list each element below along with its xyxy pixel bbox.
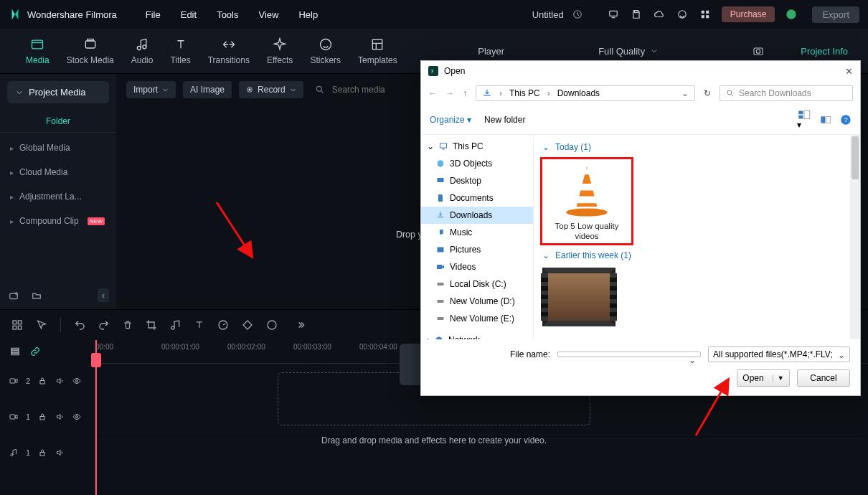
file-type-select[interactable]: All supported files(*.MP4;*.FLV;⌄ [708,346,850,362]
forward-arrow-icon[interactable]: → [445,88,454,98]
collapse-sidebar-button[interactable]: ‹ [98,288,109,302]
mute-icon[interactable] [55,448,65,457]
group-today[interactable]: ⌄Today (1) [538,139,856,155]
file-name-input[interactable]: ⌄ [557,352,701,357]
tab-stock-media[interactable]: Stock Media [67,37,114,65]
color-icon[interactable] [266,319,278,331]
tab-transitions[interactable]: Transitions [208,37,250,65]
mute-icon[interactable] [55,412,65,421]
device-icon[interactable] [607,8,620,21]
tree-this-pc[interactable]: ⌄This PC [421,138,533,155]
menu-file[interactable]: File [146,9,161,20]
redo-icon[interactable] [98,319,110,331]
import-button[interactable]: Import [126,81,176,98]
scrollbar[interactable] [850,135,860,339]
open-split-arrow[interactable]: ▼ [773,374,784,382]
tree-local-disk-c[interactable]: Local Disk (C:) [421,275,533,293]
sidebar-item-cloud-media[interactable]: ▸Cloud Media [0,160,116,184]
document-title[interactable]: Untitled [532,9,564,20]
folder-add-icon[interactable] [30,289,43,302]
tree-volume-e[interactable]: New Volume (E:) [421,310,533,327]
purchase-button[interactable]: Purchase [722,6,775,22]
tab-titles[interactable]: Titles [170,37,190,65]
quality-dropdown[interactable]: Full Quality [598,46,658,57]
open-button[interactable]: Open▼ [737,369,790,387]
help-icon[interactable]: ? [840,114,852,126]
undo-icon[interactable] [74,319,85,331]
chevron-down-icon[interactable]: ⌄ [681,88,689,98]
cloud-icon[interactable] [653,8,666,21]
menu-help[interactable]: Help [298,9,318,20]
delete-icon[interactable] [123,319,133,331]
tree-documents[interactable]: Documents [421,189,533,207]
close-button[interactable]: ✕ [845,66,853,77]
avatar-icon[interactable] [785,8,798,21]
media-search[interactable] [315,84,412,95]
support-icon[interactable] [676,8,689,21]
tab-effects[interactable]: Effects [267,37,293,65]
playhead[interactable] [95,340,97,495]
tree-3d-objects[interactable]: 3D Objects [421,155,533,172]
menu-tools[interactable]: Tools [217,9,238,20]
export-button[interactable]: Export [812,6,859,23]
track-a1-header[interactable]: 1 [0,435,95,471]
tree-network[interactable]: ›Network [421,331,533,339]
preview-pane-icon[interactable] [820,115,831,125]
organize-menu[interactable]: Organize ▾ [430,115,471,125]
lock-icon[interactable] [37,412,47,421]
group-earlier[interactable]: ⌄Earlier this week (1) [538,248,856,263]
lock-icon[interactable] [37,377,47,385]
sidebar-folder-tab[interactable]: Folder [0,110,116,133]
more-tools-icon[interactable] [295,320,306,330]
dialog-search[interactable]: Search Downloads [720,85,853,101]
tab-media[interactable]: Media [26,37,49,65]
tree-volume-d[interactable]: New Volume (D:) [421,293,533,310]
tab-audio[interactable]: Audio [131,37,154,65]
track-manage-icon[interactable] [9,345,22,358]
audio-edit-icon[interactable] [170,319,181,331]
media-search-input[interactable] [331,84,412,95]
cancel-button[interactable]: Cancel [797,369,850,387]
tree-downloads[interactable]: Downloads [421,207,533,224]
save-icon[interactable] [630,8,643,21]
lock-icon[interactable] [37,448,47,457]
file-list[interactable]: ⌄Today (1) Top 5 Low quality videos ⌄Ear… [534,135,860,339]
crop-icon[interactable] [146,319,157,331]
tab-templates[interactable]: Templates [358,37,397,65]
layout-icon[interactable] [11,319,23,331]
visible-icon[interactable] [72,377,82,385]
track-v1-header[interactable]: 1 [0,399,95,435]
sidebar-item-adjustment-layer[interactable]: ▸Adjustment La... [0,184,116,209]
sidebar-item-global-media[interactable]: ▸Global Media [0,136,116,160]
snapshot-icon[interactable] [752,44,765,57]
tab-stickers[interactable]: Stickers [310,37,341,65]
tree-music[interactable]: Music [421,224,533,241]
up-arrow-icon[interactable]: ↑ [463,88,467,98]
text-icon[interactable] [194,319,204,331]
record-button[interactable]: Record [239,81,303,98]
tree-pictures[interactable]: Pictures [421,241,533,258]
tree-videos[interactable]: Videos [421,258,533,275]
view-mode-icon[interactable]: ▾ [797,110,811,130]
pointer-icon[interactable] [36,319,47,331]
track-v2-header[interactable]: 2 [0,363,95,399]
menu-view[interactable]: View [258,9,278,20]
visible-icon[interactable] [72,412,82,421]
folder-tree[interactable]: ⌄This PC 3D Objects Desktop Documents Do… [421,135,534,339]
tree-desktop[interactable]: Desktop [421,172,533,189]
sidebar-heading[interactable]: Project Media [7,81,109,103]
speed-icon[interactable] [217,319,229,331]
sync-icon[interactable] [571,8,584,21]
refresh-icon[interactable]: ↻ [704,88,711,98]
mute-icon[interactable] [55,377,65,385]
back-arrow-icon[interactable]: ← [428,88,437,98]
ai-image-button[interactable]: AI Image [183,81,232,98]
path-bar[interactable]: › This PC › Downloads ⌄ [476,85,695,101]
apps-icon[interactable] [699,8,712,21]
new-bin-icon[interactable] [7,289,20,302]
menu-edit[interactable]: Edit [181,9,197,20]
file-item-highlighted[interactable]: Top 5 Low quality videos [541,158,633,245]
link-icon[interactable] [29,345,42,358]
new-folder-button[interactable]: New folder [484,115,525,125]
sidebar-item-compound-clip[interactable]: ▸Compound ClipNEW [0,209,116,233]
